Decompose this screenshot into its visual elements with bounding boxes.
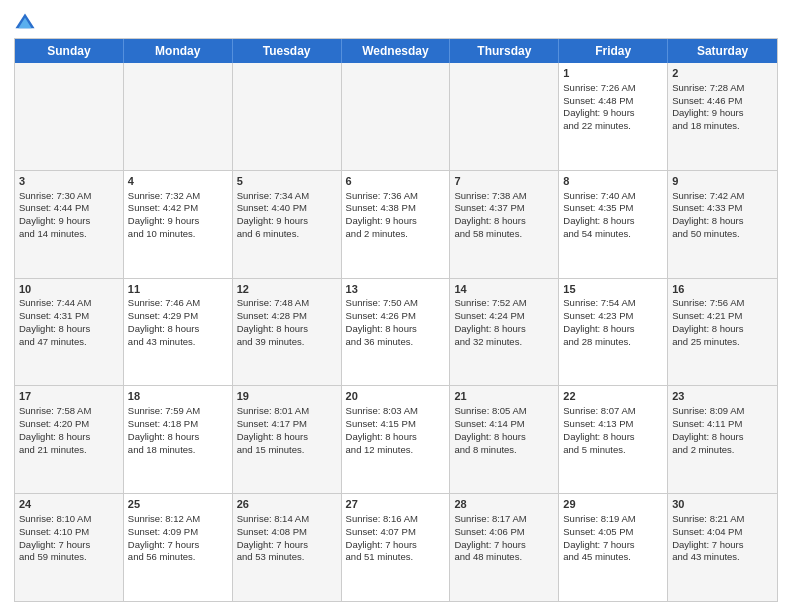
day-detail: Sunrise: 7:56 AM [672,297,773,310]
cal-cell: 29Sunrise: 8:19 AMSunset: 4:05 PMDayligh… [559,494,668,601]
day-detail: and 25 minutes. [672,336,773,349]
day-detail: Daylight: 8 hours [128,323,228,336]
day-detail: Sunrise: 7:52 AM [454,297,554,310]
day-number: 8 [563,174,663,189]
day-detail: Sunrise: 8:01 AM [237,405,337,418]
day-detail: and 51 minutes. [346,551,446,564]
day-number: 10 [19,282,119,297]
day-number: 19 [237,389,337,404]
cal-header-friday: Friday [559,39,668,63]
day-detail: and 50 minutes. [672,228,773,241]
cal-cell: 15Sunrise: 7:54 AMSunset: 4:23 PMDayligh… [559,279,668,386]
cal-cell: 7Sunrise: 7:38 AMSunset: 4:37 PMDaylight… [450,171,559,278]
cal-cell: 24Sunrise: 8:10 AMSunset: 4:10 PMDayligh… [15,494,124,601]
day-detail: Sunrise: 7:48 AM [237,297,337,310]
day-detail: and 36 minutes. [346,336,446,349]
day-detail: Sunrise: 8:07 AM [563,405,663,418]
day-detail: Sunrise: 8:19 AM [563,513,663,526]
day-detail: Sunrise: 8:21 AM [672,513,773,526]
cal-cell: 21Sunrise: 8:05 AMSunset: 4:14 PMDayligh… [450,386,559,493]
day-detail: Daylight: 7 hours [346,539,446,552]
day-detail: Sunrise: 7:26 AM [563,82,663,95]
day-detail: Sunset: 4:09 PM [128,526,228,539]
day-detail: and 12 minutes. [346,444,446,457]
day-detail: Daylight: 8 hours [19,323,119,336]
cal-cell [342,63,451,170]
day-detail: Daylight: 8 hours [672,215,773,228]
day-detail: Sunset: 4:44 PM [19,202,119,215]
day-detail: and 10 minutes. [128,228,228,241]
day-number: 25 [128,497,228,512]
day-detail: Sunset: 4:48 PM [563,95,663,108]
page: SundayMondayTuesdayWednesdayThursdayFrid… [0,0,792,612]
day-detail: and 2 minutes. [346,228,446,241]
day-number: 6 [346,174,446,189]
day-detail: Sunrise: 7:54 AM [563,297,663,310]
day-number: 18 [128,389,228,404]
day-detail: Sunrise: 8:14 AM [237,513,337,526]
cal-week-5: 24Sunrise: 8:10 AMSunset: 4:10 PMDayligh… [15,494,777,601]
day-number: 27 [346,497,446,512]
day-number: 26 [237,497,337,512]
cal-cell: 4Sunrise: 7:32 AMSunset: 4:42 PMDaylight… [124,171,233,278]
day-detail: Sunrise: 8:17 AM [454,513,554,526]
day-detail: Sunset: 4:38 PM [346,202,446,215]
day-detail: and 43 minutes. [128,336,228,349]
cal-week-4: 17Sunrise: 7:58 AMSunset: 4:20 PMDayligh… [15,386,777,494]
day-detail: and 58 minutes. [454,228,554,241]
cal-cell: 2Sunrise: 7:28 AMSunset: 4:46 PMDaylight… [668,63,777,170]
day-detail: Daylight: 8 hours [346,323,446,336]
logo-icon [14,12,36,34]
calendar: SundayMondayTuesdayWednesdayThursdayFrid… [14,38,778,602]
day-detail: and 18 minutes. [128,444,228,457]
day-detail: Daylight: 7 hours [19,539,119,552]
day-detail: and 2 minutes. [672,444,773,457]
cal-week-2: 3Sunrise: 7:30 AMSunset: 4:44 PMDaylight… [15,171,777,279]
day-detail: Sunset: 4:33 PM [672,202,773,215]
day-detail: Sunrise: 7:58 AM [19,405,119,418]
cal-cell: 30Sunrise: 8:21 AMSunset: 4:04 PMDayligh… [668,494,777,601]
day-detail: and 39 minutes. [237,336,337,349]
day-detail: and 47 minutes. [19,336,119,349]
day-detail: Daylight: 8 hours [454,431,554,444]
day-number: 17 [19,389,119,404]
day-number: 29 [563,497,663,512]
cal-cell: 20Sunrise: 8:03 AMSunset: 4:15 PMDayligh… [342,386,451,493]
day-detail: Sunrise: 7:28 AM [672,82,773,95]
day-number: 22 [563,389,663,404]
day-detail: Sunrise: 8:03 AM [346,405,446,418]
day-detail: Sunrise: 8:16 AM [346,513,446,526]
day-number: 14 [454,282,554,297]
day-detail: Sunset: 4:21 PM [672,310,773,323]
day-detail: and 14 minutes. [19,228,119,241]
day-detail: Sunset: 4:35 PM [563,202,663,215]
day-detail: Daylight: 8 hours [237,323,337,336]
day-detail: Sunset: 4:40 PM [237,202,337,215]
day-detail: Daylight: 9 hours [128,215,228,228]
cal-cell: 16Sunrise: 7:56 AMSunset: 4:21 PMDayligh… [668,279,777,386]
day-detail: and 21 minutes. [19,444,119,457]
day-detail: Daylight: 9 hours [563,107,663,120]
day-detail: Daylight: 7 hours [672,539,773,552]
cal-cell [233,63,342,170]
day-detail: and 53 minutes. [237,551,337,564]
day-detail: and 32 minutes. [454,336,554,349]
day-detail: Sunset: 4:17 PM [237,418,337,431]
day-detail: Sunset: 4:11 PM [672,418,773,431]
cal-header-tuesday: Tuesday [233,39,342,63]
day-detail: Sunrise: 7:46 AM [128,297,228,310]
cal-header-wednesday: Wednesday [342,39,451,63]
cal-week-1: 1Sunrise: 7:26 AMSunset: 4:48 PMDaylight… [15,63,777,171]
cal-cell: 12Sunrise: 7:48 AMSunset: 4:28 PMDayligh… [233,279,342,386]
cal-header-monday: Monday [124,39,233,63]
day-detail: Daylight: 8 hours [128,431,228,444]
day-number: 13 [346,282,446,297]
day-detail: Sunset: 4:15 PM [346,418,446,431]
day-number: 11 [128,282,228,297]
day-number: 1 [563,66,663,81]
cal-cell: 28Sunrise: 8:17 AMSunset: 4:06 PMDayligh… [450,494,559,601]
day-detail: and 8 minutes. [454,444,554,457]
day-detail: Daylight: 7 hours [237,539,337,552]
day-detail: Daylight: 8 hours [563,323,663,336]
day-detail: Sunrise: 8:10 AM [19,513,119,526]
